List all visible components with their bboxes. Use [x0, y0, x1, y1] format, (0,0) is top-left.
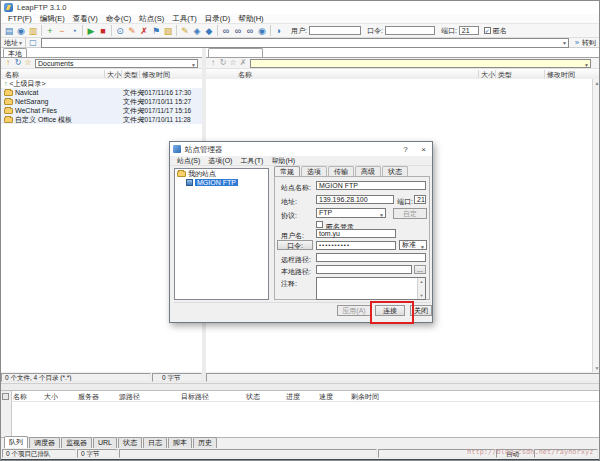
password-input[interactable]: •••••••••• — [316, 241, 396, 250]
custom-button[interactable]: 自定 — [393, 208, 427, 219]
chevron-down-icon[interactable]: ▼ — [420, 243, 425, 251]
connect-button[interactable]: 连接 — [375, 305, 405, 316]
queue-header-source[interactable]: 源路径 — [119, 392, 140, 402]
chevron-down-icon[interactable]: ▼ — [584, 61, 589, 69]
dialog-menu-help[interactable]: 帮助(H) — [267, 156, 299, 166]
go-button[interactable]: 转到 — [582, 38, 596, 48]
address-input[interactable]: ▼ — [41, 38, 569, 48]
file-row[interactable]: 自定义 Office 模板 文件夹 2017/10/11 11:28 — [1, 115, 202, 124]
find-icon[interactable]: ∞ — [220, 25, 232, 37]
file-row[interactable]: NetSarang 文件夹 2017/10/11 15:27 — [1, 97, 202, 106]
queue-header-status[interactable]: 状态 — [246, 392, 260, 402]
schedule-icon[interactable]: ◔ — [68, 25, 80, 37]
password-input[interactable] — [385, 26, 435, 35]
scroll-down-icon[interactable]: ▼ — [593, 365, 600, 371]
menu-command[interactable]: 命令(C) — [102, 14, 135, 24]
scroll-down-icon[interactable]: ▼ — [418, 293, 425, 298]
tab-monitor[interactable]: 监视器 — [61, 437, 92, 448]
clean-icon[interactable]: ◗ — [273, 25, 285, 37]
add-icon[interactable]: + — [44, 25, 56, 37]
anonymous-checkbox[interactable]: ✓ — [484, 27, 491, 34]
address-input[interactable]: 139.196.28.100 — [316, 195, 394, 204]
password-mode-dropdown[interactable]: 标准▼ — [399, 240, 427, 250]
queue-header-speed[interactable]: 速度 — [319, 392, 333, 402]
chevron-down-icon[interactable]: ▼ — [18, 40, 23, 46]
tab-remote[interactable] — [208, 48, 263, 57]
anonymous-checkbox[interactable] — [316, 221, 323, 228]
dialog-menu-tools[interactable]: 工具(T) — [236, 156, 267, 166]
remote-scrollbar[interactable]: ▲▼ — [592, 79, 600, 372]
quick-options-icon[interactable]: ◉ — [15, 25, 27, 37]
queue-gutter-button[interactable] — [2, 393, 9, 400]
remote-path-combo[interactable]: ▼ — [250, 59, 591, 68]
tab-queue[interactable]: 队列 — [4, 436, 28, 448]
comment-textarea[interactable]: ▲▼ — [316, 277, 426, 300]
parent-folder-icon[interactable]: ↑ — [208, 58, 218, 68]
find-local-icon[interactable]: ∞ — [232, 25, 244, 37]
queue-header-progress[interactable]: 进度 — [286, 392, 300, 402]
connect-icon[interactable]: ▶ — [85, 25, 97, 37]
view-icon[interactable]: ⊙ — [114, 25, 126, 37]
textarea-scrollbar[interactable]: ▲▼ — [417, 278, 425, 299]
refresh-icon[interactable]: ↻ — [218, 58, 228, 68]
chevron-down-icon[interactable]: ▼ — [379, 211, 384, 219]
remove-icon[interactable]: − — [56, 25, 68, 37]
local-path-input[interactable] — [316, 265, 412, 274]
close-icon[interactable]: × — [416, 144, 431, 155]
folder-list-icon[interactable]: ▥ — [27, 25, 39, 37]
tab-scheduler[interactable]: 调度器 — [29, 437, 60, 448]
menu-site[interactable]: 站点(S) — [135, 14, 168, 24]
queue-header-target[interactable]: 目标路径 — [181, 392, 209, 402]
remote-path-input[interactable] — [316, 253, 426, 262]
dialog-menu-site[interactable]: 站点(S) — [173, 156, 204, 166]
tree-root-item[interactable]: 我的站点 — [175, 169, 268, 178]
file-row[interactable]: WeChat Files 文件夹 2017/11/17 15:16 — [1, 106, 202, 115]
world-icon[interactable]: ◉ — [256, 25, 268, 37]
user-input[interactable] — [309, 26, 361, 35]
site-manager-icon[interactable]: ▤ — [3, 25, 15, 37]
tree-site-item[interactable]: MGION FTP — [175, 178, 268, 187]
abort-icon[interactable]: ✗ — [238, 58, 248, 68]
tab-status[interactable]: 状态 — [118, 437, 142, 448]
queue-header-remaining[interactable]: 剩余时间 — [351, 392, 379, 402]
queue-header-name[interactable]: 名称 — [13, 392, 27, 402]
tab-script[interactable]: 脚本 — [168, 437, 192, 448]
apply-button[interactable]: 应用(A) — [337, 305, 371, 316]
menu-help[interactable]: 帮助(H) — [234, 14, 267, 24]
menu-tools[interactable]: 工具(T) — [168, 14, 201, 24]
notepad-icon[interactable]: ✎ — [179, 25, 191, 37]
scroll-up-icon[interactable]: ▲ — [418, 279, 425, 284]
refresh-icon[interactable]: ↻ — [13, 58, 23, 68]
favorites-icon[interactable]: ☆ — [23, 58, 33, 68]
dialog-menu-options[interactable]: 选项(O) — [204, 156, 236, 166]
queue-header-size[interactable]: 大小 — [44, 392, 58, 402]
tab-url[interactable]: URL — [93, 437, 117, 448]
open-folder-icon[interactable]: ▧ — [162, 25, 174, 37]
menu-directory[interactable]: 目录(D) — [201, 14, 234, 24]
protocol-dropdown[interactable]: FTP▼ — [316, 208, 386, 218]
edit-icon[interactable]: ✎ — [126, 25, 138, 37]
sync-icon[interactable]: ◆ — [203, 25, 215, 37]
menu-ftp[interactable]: FTP(F) — [4, 14, 36, 24]
browse-button[interactable]: ... — [414, 265, 426, 274]
chevron-down-icon[interactable]: ▼ — [191, 61, 196, 69]
file-row[interactable]: Navicat 文件夹 2017/11/16 17:30 — [1, 88, 202, 97]
menu-view[interactable]: 查看(V) — [69, 14, 102, 24]
queue-header-server[interactable]: 服务器 — [78, 392, 99, 402]
local-path-combo[interactable]: Documents▼ — [35, 59, 198, 68]
username-input[interactable]: tom.yu — [316, 229, 396, 238]
dialog-close-button[interactable]: 关闭 — [410, 305, 432, 316]
tab-local[interactable]: 本地 — [3, 48, 27, 57]
site-name-input[interactable]: MGION FTP — [316, 181, 426, 190]
menu-edit[interactable]: 编辑(E) — [36, 14, 69, 24]
find-remote-icon[interactable]: ∞ — [244, 25, 256, 37]
parent-folder-icon[interactable]: ↑ — [3, 58, 13, 68]
favorites-icon[interactable]: ☆ — [228, 58, 238, 68]
password-button[interactable]: 口令: — [277, 240, 313, 250]
scroll-up-icon[interactable]: ▲ — [593, 80, 600, 86]
port-input[interactable]: 21 — [414, 195, 426, 204]
transfer-icon[interactable]: ◈ — [191, 25, 203, 37]
chevron-down-icon[interactable]: ▼ — [562, 40, 567, 46]
port-input[interactable]: 21 — [459, 26, 479, 35]
parent-directory-row[interactable]: ↑<上级目录> — [1, 79, 202, 88]
